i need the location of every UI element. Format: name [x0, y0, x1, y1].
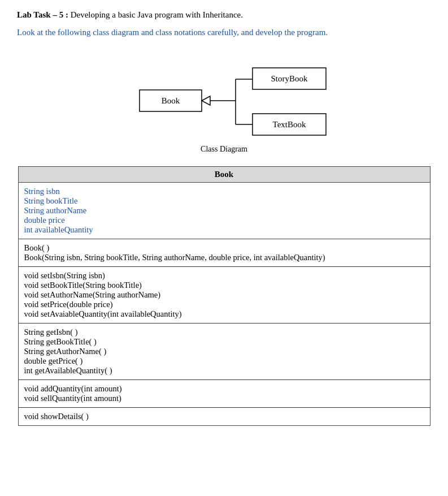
uml-show-details-cell: void showDetails( ) — [18, 408, 430, 426]
setter-availableQuantity: void setAvaiableQuantity(int availableQu… — [24, 309, 424, 319]
field-authorName: String authorName — [24, 206, 424, 215]
svg-text:TextBook: TextBook — [272, 120, 306, 129]
uml-setters-cell: void setIsbn(String isbn) void setBookTi… — [18, 267, 430, 324]
setter-authorName: void setAuthorName(String authorName) — [24, 290, 424, 300]
getter-bookTitle: String getBookTitle( ) — [24, 337, 424, 347]
field-availableQuantity: int availableQuantity — [24, 225, 424, 235]
uml-header-row: Book — [18, 167, 430, 183]
uml-constructors-row: Book( ) Book(String isbn, String bookTit… — [18, 239, 430, 267]
field-bookTitle: String bookTitle — [24, 196, 424, 206]
uml-fields-row: String isbn String bookTitle String auth… — [18, 183, 430, 239]
uml-setters-row: void setIsbn(String isbn) void setBookTi… — [18, 267, 430, 324]
uml-show-details-row: void showDetails( ) — [18, 408, 430, 426]
constructor-default: Book( ) — [24, 243, 424, 253]
getter-isbn: String getIsbn( ) — [24, 327, 424, 337]
lab-title-text: Developing a basic Java program with Inh… — [71, 10, 243, 19]
uml-getters-row: String getIsbn( ) String getBookTitle( )… — [18, 324, 430, 380]
method-addQuantity: void addQuantity(int amount) — [24, 384, 424, 394]
lab-title-label: Lab Task – 5 : — [17, 10, 68, 19]
svg-text:Book: Book — [161, 96, 180, 105]
uml-other-methods-cell: void addQuantity(int amount) void sellQu… — [18, 380, 430, 408]
uml-class-table: Book String isbn String bookTitle String… — [18, 166, 430, 426]
getter-availableQuantity: int getAvailableQuantity( ) — [24, 366, 424, 376]
uml-getters-cell: String getIsbn( ) String getBookTitle( )… — [18, 324, 430, 380]
field-price: double price — [24, 215, 424, 225]
getter-price: double getPrice( ) — [24, 356, 424, 366]
uml-constructors-cell: Book( ) Book(String isbn, String bookTit… — [18, 239, 430, 267]
setter-price: void setPrice(double price) — [24, 300, 424, 309]
class-diagram-svg: Book StoryBook TextBook — [106, 53, 343, 144]
diagram-caption: Class Diagram — [201, 145, 247, 154]
method-showDetails: void showDetails( ) — [24, 412, 424, 421]
constructor-params: Book(String isbn, String bookTitle, Stri… — [24, 253, 424, 262]
lab-title: Lab Task – 5 : Developing a basic Java p… — [17, 10, 431, 20]
svg-text:StoryBook: StoryBook — [271, 74, 308, 83]
instruction-text: Look at the following class diagram and … — [17, 28, 431, 37]
method-sellQuantity: void sellQuantity(int amount) — [24, 394, 424, 403]
uml-other-methods-row: void addQuantity(int amount) void sellQu… — [18, 380, 430, 408]
setter-bookTitle: void setBookTitle(String bookTitle) — [24, 281, 424, 290]
uml-class-name: Book — [18, 167, 430, 183]
uml-fields-cell: String isbn String bookTitle String auth… — [18, 183, 430, 239]
diagram-area: Book StoryBook TextBook Class Diagram — [17, 53, 431, 154]
svg-marker-3 — [202, 96, 210, 105]
getter-authorName: String getAuthorName( ) — [24, 347, 424, 356]
setter-isbn: void setIsbn(String isbn) — [24, 271, 424, 281]
field-isbn: String isbn — [24, 187, 424, 196]
